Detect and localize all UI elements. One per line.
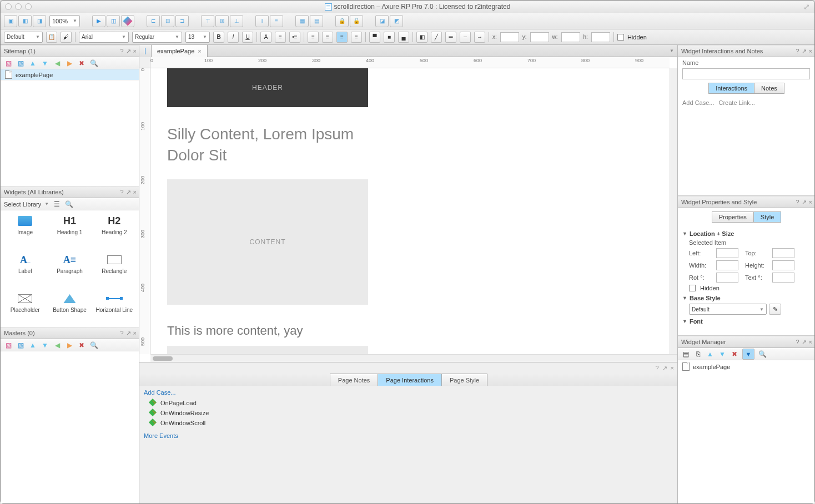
tab-properties[interactable]: Properties bbox=[712, 211, 754, 223]
canvas-heading-widget[interactable]: Silly Content, Lorem Ipsum Dolor Sit bbox=[167, 124, 378, 166]
delete-icon[interactable]: ✖ bbox=[77, 341, 86, 350]
canvas[interactable]: HEADER Silly Content, Lorem Ipsum Dolor … bbox=[150, 68, 670, 354]
widget-paragraph[interactable]: A≡Paragraph bbox=[49, 254, 89, 288]
close-panel-icon[interactable]: × bbox=[133, 330, 137, 337]
group-icon[interactable]: ▦ bbox=[295, 15, 309, 27]
event-item[interactable]: OnPageLoad bbox=[149, 398, 673, 408]
indent-icon[interactable]: ▶ bbox=[65, 59, 74, 68]
scrollbar-thumb[interactable] bbox=[153, 356, 173, 361]
align-right-icon[interactable]: ⊐ bbox=[175, 15, 189, 27]
line-style-icon[interactable]: ┄ bbox=[460, 32, 471, 43]
help-icon[interactable]: ? bbox=[120, 330, 123, 337]
text-rot-input[interactable] bbox=[772, 273, 794, 283]
y-input[interactable] bbox=[530, 32, 549, 42]
widget-horizontal-line[interactable]: Horizontal Line bbox=[94, 293, 134, 327]
close-panel-icon[interactable]: × bbox=[809, 339, 812, 346]
line-spacing-icon[interactable]: ≡ bbox=[275, 32, 286, 43]
text-color-icon[interactable]: A bbox=[260, 32, 271, 43]
popout-icon[interactable]: ↗ bbox=[802, 48, 807, 55]
paste-style-icon[interactable]: 🖌 bbox=[61, 32, 72, 43]
popout-icon[interactable]: ↗ bbox=[126, 330, 131, 337]
left-input[interactable] bbox=[716, 248, 738, 258]
edit-style-icon[interactable]: ✎ bbox=[769, 304, 781, 315]
close-panel-icon[interactable]: × bbox=[809, 199, 812, 206]
move-up-icon[interactable]: ▲ bbox=[28, 59, 37, 68]
font-size-dropdown[interactable]: 13▼ bbox=[185, 32, 210, 43]
help-icon[interactable]: ? bbox=[796, 48, 799, 55]
close-panel-icon[interactable]: × bbox=[133, 189, 137, 196]
horizontal-scrollbar[interactable] bbox=[150, 354, 677, 362]
font-section[interactable]: ▼Font bbox=[682, 318, 810, 325]
indent-icon[interactable]: ▶ bbox=[65, 341, 74, 350]
h-input[interactable] bbox=[591, 32, 610, 42]
rot-input[interactable] bbox=[716, 273, 738, 283]
close-panel-icon[interactable]: × bbox=[133, 48, 137, 55]
canvas-subheading-widget[interactable]: This is more content, yay bbox=[167, 324, 303, 338]
minimize-window-icon[interactable] bbox=[15, 3, 22, 10]
align-bottom-icon[interactable]: ⊥ bbox=[230, 15, 243, 27]
hidden-checkbox[interactable] bbox=[689, 285, 696, 291]
widget-rectangle[interactable]: Rectangle bbox=[94, 254, 134, 288]
select-tool-icon[interactable]: ▣ bbox=[4, 15, 17, 27]
zoom-window-icon[interactable] bbox=[25, 3, 32, 10]
move-up-icon[interactable]: ▲ bbox=[706, 350, 715, 359]
search-icon[interactable]: 🔍 bbox=[64, 200, 73, 209]
popout-icon[interactable]: ↗ bbox=[126, 48, 131, 55]
help-icon[interactable]: ? bbox=[655, 365, 658, 371]
unlock-icon[interactable]: 🔓 bbox=[350, 15, 363, 27]
move-down-icon[interactable]: ▼ bbox=[718, 350, 727, 359]
base-style-section[interactable]: ▼Base Style bbox=[682, 295, 810, 301]
sitemap-item[interactable]: examplePage bbox=[1, 69, 139, 80]
add-master-icon[interactable]: ▧ bbox=[4, 341, 13, 350]
style-dropdown[interactable]: Default▼ bbox=[4, 32, 43, 43]
list-view-icon[interactable]: ☰ bbox=[52, 200, 61, 209]
italic-icon[interactable]: I bbox=[228, 32, 239, 43]
line-width-icon[interactable]: ═ bbox=[445, 32, 456, 43]
canvas-content2-widget[interactable] bbox=[167, 346, 368, 354]
valign-bottom-icon[interactable]: ▄ bbox=[398, 32, 409, 43]
select-library-label[interactable]: Select Library bbox=[4, 201, 41, 208]
close-panel-icon[interactable]: × bbox=[809, 48, 812, 55]
move-down-icon[interactable]: ▼ bbox=[41, 59, 49, 68]
manager-item[interactable]: examplePage bbox=[678, 360, 814, 373]
font-weight-dropdown[interactable]: Regular▼ bbox=[132, 32, 182, 43]
distribute-h-icon[interactable]: ⫴ bbox=[255, 15, 269, 27]
event-item[interactable]: OnWindowResize bbox=[149, 408, 673, 418]
valign-top-icon[interactable]: ▀ bbox=[369, 32, 380, 43]
delete-icon[interactable]: ✖ bbox=[730, 350, 739, 359]
tab-notes[interactable]: Notes bbox=[754, 83, 784, 94]
height-input[interactable] bbox=[772, 260, 794, 270]
search-icon[interactable]: 🔍 bbox=[89, 59, 98, 68]
location-size-section[interactable]: ▼Location + Size bbox=[682, 230, 810, 237]
vertical-scrollbar[interactable] bbox=[670, 68, 677, 354]
filter-icon[interactable]: ▼ bbox=[742, 349, 754, 360]
hidden-checkbox[interactable] bbox=[617, 34, 624, 41]
help-icon[interactable]: ? bbox=[120, 189, 123, 196]
distribute-v-icon[interactable]: ≡ bbox=[270, 15, 283, 27]
copy-style-icon[interactable]: 📋 bbox=[46, 32, 57, 43]
text-align-right-icon[interactable]: ≡ bbox=[336, 32, 348, 43]
help-icon[interactable]: ? bbox=[120, 48, 123, 55]
font-dropdown[interactable]: Arial▼ bbox=[79, 32, 129, 43]
tab-style[interactable]: Style bbox=[753, 211, 781, 223]
popout-icon[interactable]: ↗ bbox=[662, 365, 667, 372]
widget-label[interactable]: A_Label bbox=[5, 254, 45, 288]
bold-icon[interactable]: B bbox=[213, 32, 224, 43]
align-center-h-icon[interactable]: ⊟ bbox=[161, 15, 174, 27]
widget-placeholder[interactable]: Placeholder bbox=[5, 293, 45, 327]
align-middle-icon[interactable]: ⊞ bbox=[215, 15, 229, 27]
outline-icon[interactable]: ▤ bbox=[681, 350, 690, 359]
close-panel-icon[interactable]: × bbox=[671, 365, 674, 371]
add-folder-icon[interactable]: ▧ bbox=[16, 341, 25, 350]
select-intersected-icon[interactable]: ◧ bbox=[18, 15, 32, 27]
bullets-icon[interactable]: •≡ bbox=[289, 32, 300, 43]
x-input[interactable] bbox=[500, 32, 519, 42]
front-icon[interactable]: ◪ bbox=[375, 15, 389, 27]
fill-icon[interactable]: ◧ bbox=[416, 32, 427, 43]
close-window-icon[interactable] bbox=[5, 3, 12, 10]
align-top-icon[interactable]: ⊤ bbox=[201, 15, 214, 27]
widget-heading2[interactable]: H2Heading 2 bbox=[94, 215, 134, 249]
canvas-content-widget[interactable]: CONTENT bbox=[167, 179, 368, 305]
tab-interactions[interactable]: Interactions bbox=[708, 83, 754, 94]
add-case-link[interactable]: Add Case... bbox=[682, 99, 714, 106]
